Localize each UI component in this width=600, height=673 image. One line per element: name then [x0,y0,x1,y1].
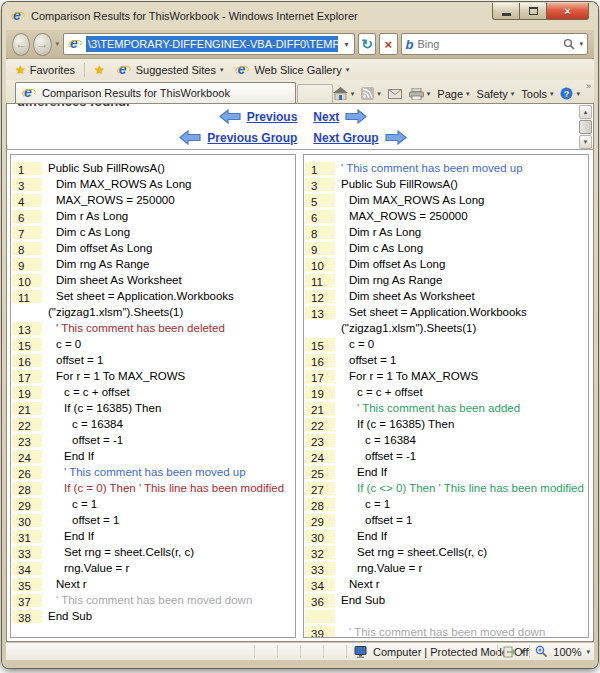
code-row: 19c = c + offset [11,384,295,400]
forward-button[interactable]: → [33,33,51,56]
line-number: 23 [305,434,335,448]
code-row: 9Dim c As Long [304,240,588,256]
page-menu-button[interactable]: Page ▾ [437,88,469,100]
line-number: 19 [12,386,42,400]
stop-button[interactable]: × [379,33,397,55]
search-options-dropdown[interactable]: ▾ [579,40,583,48]
print-button[interactable]: ▾ [409,88,431,100]
code-pane-right[interactable]: 1' This comment has been moved up3Public… [303,154,589,638]
new-tab-button[interactable] [297,84,333,103]
scroll-down-button[interactable]: ▼ [579,135,592,149]
chevron-down-icon[interactable]: ▾ [351,90,355,98]
line-number: 33 [12,546,42,560]
diff-panes: 1Public Sub FillRowsA()3Dim MAX_ROWS As … [7,151,593,641]
maximize-button[interactable] [519,3,546,20]
add-favorite-button[interactable]: ★ [91,62,108,78]
code-row: 21If (c = 16385) Then [11,400,295,416]
code-text: offset = -1 [304,448,588,464]
code-row: 13Set sheet = Application.Workbooks ("zi… [304,304,588,336]
suggested-sites-button[interactable]: e Suggested Sites ▾ [114,62,227,78]
code-pane-left[interactable]: 1Public Sub FillRowsA()3Dim MAX_ROWS As … [10,154,296,638]
next-group-arrow-icon[interactable] [385,130,407,145]
code-row: 29offset = 1 [304,512,588,528]
statusbar-right: ▾ 100% ▾ [497,643,590,660]
line-number: 15 [12,338,42,352]
favorites-button[interactable]: ★ Favorites [12,62,78,78]
toolbar-overflow-chevron[interactable]: » [586,81,591,91]
chevron-down-icon: ▾ [220,66,224,74]
code-text: Dim c As Long [304,240,588,256]
code-row: 10Dim offset As Long [304,256,588,272]
address-field[interactable]: e \3\TEMPORARY-DIFFENGINEX-VBA-DIFF0\TEM… [63,33,355,55]
chevron-down-icon: ▾ [576,90,580,98]
svg-text:?: ? [564,89,570,99]
recent-pages-dropdown[interactable]: ▾ [56,40,60,48]
next-arrow-icon[interactable] [345,109,367,124]
line-number: 36 [305,594,335,608]
suggested-sites-icon: e [117,63,132,77]
previous-arrow-icon[interactable] [219,109,241,124]
previous-link[interactable]: Previous [247,110,298,124]
titlebar[interactable]: e Comparison Results for ThisWorkbook - … [2,2,598,30]
line-number: 6 [12,210,42,224]
web-slice-gallery-button[interactable]: e Web Slice Gallery ▾ [232,62,352,78]
page-menu-label: Page [437,88,463,100]
suggested-sites-label: Suggested Sites [136,64,216,76]
code-text: offset = 1 [304,512,588,528]
search-box[interactable]: b ▾ [401,33,588,55]
address-url-text: \3\TEMPORARY-DIFFENGINEX-VBA-DIFF0\TEMPO… [86,36,338,52]
scrollbar-thumb[interactable] [579,120,592,134]
code-row: 17For r = 1 To MAX_ROWS [11,368,295,384]
safety-menu-button[interactable]: Safety ▾ [477,88,515,100]
code-row: 10Dim sheet As Worksheet [11,272,295,288]
zoom-dropdown[interactable]: ▾ [586,648,590,656]
line-number: 30 [12,514,42,528]
back-button[interactable]: ← [12,33,30,56]
scroll-up-button[interactable]: ▲ [579,105,592,119]
previous-group-link[interactable]: Previous Group [207,131,297,145]
line-number: 12 [305,290,335,304]
line-number: 22 [12,418,42,432]
line-number: 24 [12,450,42,464]
chevron-down-icon[interactable]: ▾ [427,90,431,98]
page-viewport: differences found. Previous Next Pre [6,103,594,642]
frame-scrollbar[interactable]: ▲ ▼ [579,105,592,149]
next-link[interactable]: Next [313,110,339,124]
code-row: 33Set rng = sheet.Cells(r, c) [11,544,295,560]
line-number: 28 [12,482,42,496]
chevron-down-icon[interactable]: ▾ [377,90,381,98]
line-number: 6 [305,210,335,224]
code-text: Dim rng As Range [11,256,295,272]
line-number: 23 [12,434,42,448]
previous-group-arrow-icon[interactable] [179,130,201,145]
home-icon [333,87,348,100]
tab-comparison-results[interactable]: e Comparison Results for ThisWorkbook [15,82,296,103]
code-row: 19c = c + offset [304,384,588,400]
minimize-button[interactable] [492,3,519,20]
zoom-level[interactable]: 100% [553,646,581,658]
code-row: 16offset = 1 [304,352,588,368]
read-mail-button[interactable] [388,89,402,99]
code-row: 23c = 16384 [304,432,588,448]
feeds-button[interactable]: ▾ [361,87,381,100]
window-title: Comparison Results for ThisWorkbook - Wi… [31,10,358,22]
refresh-button[interactable]: ↻ [358,33,376,55]
search-input[interactable] [417,38,559,50]
next-group-link[interactable]: Next Group [313,131,378,145]
zoom-icon[interactable] [535,645,548,658]
line-number: 21 [305,402,335,416]
filter-icon[interactable] [503,646,516,658]
tools-menu-button[interactable]: Tools ▾ [521,88,553,100]
address-dropdown-button[interactable]: ▾ [341,40,352,49]
filter-dropdown[interactable]: ▾ [521,648,525,656]
code-row: 9Dim rng As Range [11,256,295,272]
close-button[interactable]: × [546,3,589,20]
code-text: End If [304,464,588,480]
line-number: 3 [12,178,42,192]
search-icon[interactable] [563,38,575,50]
chevron-down-icon: ▾ [511,90,515,98]
home-button[interactable]: ▾ [333,87,355,100]
help-menu-button[interactable]: ? ▾ [560,87,580,100]
code-row: 24End If [11,448,295,464]
code-row: 1Public Sub FillRowsA() [11,160,295,176]
